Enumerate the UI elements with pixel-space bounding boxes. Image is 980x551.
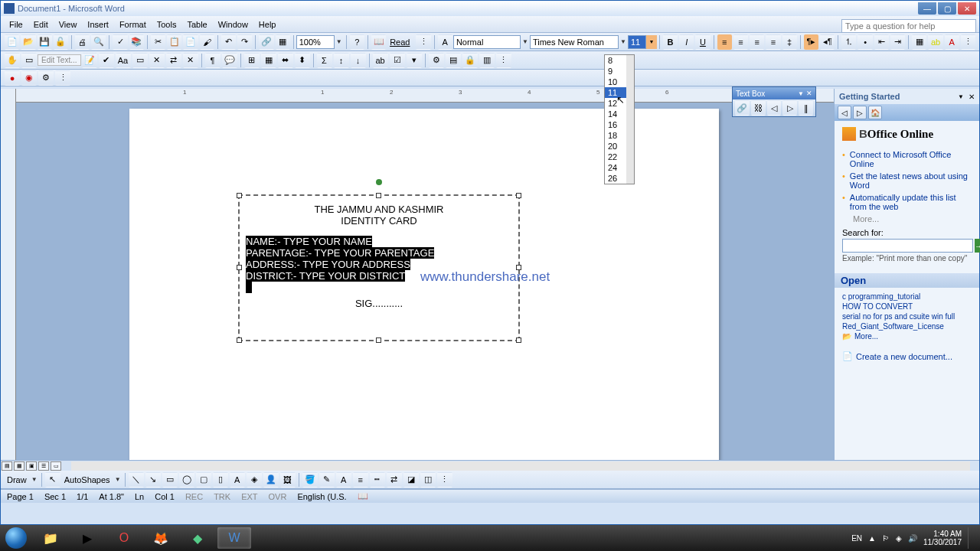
normal-view-button[interactable]: ▤ bbox=[2, 461, 12, 471]
taskbar-explorer[interactable]: 📁 bbox=[34, 527, 67, 549]
menu-edit[interactable]: Edit bbox=[28, 18, 54, 31]
taskpane-more[interactable]: More... bbox=[853, 214, 972, 223]
ltr-button[interactable]: ¶▸ bbox=[804, 34, 818, 50]
zoom-dropdown[interactable]: ▼ bbox=[296, 35, 344, 49]
line-color-button[interactable]: ✎ bbox=[319, 472, 335, 487]
justify-button[interactable]: ≡ bbox=[766, 34, 780, 50]
redo-button[interactable]: ↷ bbox=[237, 34, 252, 50]
font-size-input[interactable] bbox=[628, 35, 646, 49]
cut-button[interactable]: ✂ bbox=[151, 34, 165, 50]
print-button[interactable]: 🖨 bbox=[75, 34, 90, 50]
tb2-btn21[interactable]: ▤ bbox=[446, 53, 461, 68]
copy-button[interactable]: 📋 bbox=[167, 34, 181, 50]
clipart-button[interactable]: 👤 bbox=[263, 472, 279, 487]
style-input[interactable] bbox=[453, 35, 521, 49]
align-left-button[interactable]: ≡ bbox=[717, 34, 732, 50]
bold-button[interactable]: B bbox=[663, 34, 678, 50]
print-preview-button[interactable]: 🔍 bbox=[91, 34, 106, 50]
text-box[interactable]: THE JAMMU AND KASHMIR IDENTITY CARD NAME… bbox=[238, 194, 520, 341]
line-button[interactable]: ＼ bbox=[129, 472, 144, 487]
align-center-button[interactable]: ≡ bbox=[733, 34, 748, 50]
more-files[interactable]: 📂More... bbox=[842, 332, 972, 341]
tb2-btn9[interactable]: 💬 bbox=[222, 53, 237, 68]
tb2-btn17[interactable]: ab bbox=[373, 53, 388, 68]
research-button[interactable]: 📚 bbox=[129, 34, 144, 50]
dropdown-scrollbar[interactable] bbox=[626, 55, 634, 184]
textbox-toolbar[interactable]: Text Box ▼ ✕ 🔗 ⛓ ◁ ▷ ‖ bbox=[732, 86, 816, 117]
select-objects-button[interactable]: ↖ bbox=[45, 472, 60, 487]
bullets-button[interactable]: • bbox=[858, 34, 872, 50]
tb2-btn19[interactable]: ▾ bbox=[407, 53, 422, 68]
chevron-down-icon[interactable]: ▼ bbox=[619, 38, 628, 45]
taskbar-word[interactable]: W bbox=[217, 527, 251, 549]
tb2-btn10[interactable]: ⊞ bbox=[244, 53, 260, 68]
resize-handle-br[interactable] bbox=[516, 337, 521, 343]
tb2-btn1[interactable]: 📝 bbox=[82, 53, 97, 68]
web-view-button[interactable]: ▦ bbox=[14, 461, 24, 471]
arrow-button[interactable]: ↘ bbox=[145, 472, 161, 487]
read-button[interactable]: Read bbox=[387, 37, 413, 47]
resize-handle-tm[interactable] bbox=[376, 193, 381, 198]
wordart-button[interactable]: A bbox=[230, 472, 245, 487]
picture-button[interactable]: 🖼 bbox=[280, 472, 296, 487]
tray-lang[interactable]: EN bbox=[851, 534, 862, 543]
status-ovr[interactable]: OVR bbox=[269, 492, 287, 501]
recent-file[interactable]: serial no for ps and csuite win full bbox=[842, 312, 972, 321]
tb2-btn11[interactable]: ▦ bbox=[261, 53, 276, 68]
search-go-button[interactable]: → bbox=[975, 239, 980, 253]
tb3-btn4[interactable]: ⋮ bbox=[55, 70, 70, 86]
taskpane-link[interactable]: •Connect to Microsoft Office Online bbox=[842, 150, 972, 168]
align-right-button[interactable]: ≡ bbox=[750, 34, 764, 50]
tables-borders-button[interactable]: ▦ bbox=[276, 34, 290, 50]
taskpane-link[interactable]: •Automatically update this list from the… bbox=[842, 193, 972, 211]
chevron-down-icon[interactable]: ▼ bbox=[646, 35, 657, 49]
reading-view-button[interactable]: ▭ bbox=[51, 461, 61, 471]
forward-button[interactable]: ▷ bbox=[853, 106, 867, 119]
oval-button[interactable]: ◯ bbox=[179, 472, 194, 487]
recent-file[interactable]: Red_Giant_Software_License bbox=[842, 322, 972, 331]
horizontal-scrollbar[interactable] bbox=[71, 461, 970, 471]
paste-button[interactable]: 📄 bbox=[183, 34, 198, 50]
chevron-down-icon[interactable]: ▼ bbox=[521, 38, 530, 45]
italic-button[interactable]: I bbox=[679, 34, 694, 50]
style-dropdown[interactable]: ▼ bbox=[453, 35, 530, 49]
help-button[interactable]: ? bbox=[350, 34, 364, 50]
start-button[interactable] bbox=[0, 525, 32, 551]
select-button[interactable]: ▭ bbox=[21, 53, 37, 68]
decr-indent-button[interactable]: ⇤ bbox=[874, 34, 889, 50]
open-button[interactable]: 📂 bbox=[21, 34, 35, 50]
help-question-input[interactable] bbox=[841, 19, 976, 33]
menu-format[interactable]: Format bbox=[114, 18, 152, 31]
numbering-button[interactable]: ⒈ bbox=[841, 34, 856, 50]
fill-color-button[interactable]: 🪣 bbox=[302, 472, 318, 487]
show-desktop-button[interactable] bbox=[968, 527, 974, 549]
font-color-draw-button[interactable]: A bbox=[336, 472, 351, 487]
menu-window[interactable]: Window bbox=[213, 18, 253, 31]
tb2-btn2[interactable]: ✔ bbox=[99, 53, 114, 68]
tb2-btn24[interactable]: ⋮ bbox=[496, 53, 511, 68]
taskpane-link[interactable]: •Get the latest news about using Word bbox=[842, 171, 972, 190]
menu-tools[interactable]: Tools bbox=[152, 18, 182, 31]
tray-clock[interactable]: 1:40 AM 11/30/2017 bbox=[923, 530, 962, 546]
outline-view-button[interactable]: ☰ bbox=[38, 461, 49, 471]
font-color-button[interactable]: A bbox=[945, 34, 959, 50]
tb2-btn16[interactable]: ↓ bbox=[351, 53, 366, 68]
tb3-btn3[interactable]: ⚙ bbox=[38, 70, 54, 86]
incr-indent-button[interactable]: ⇥ bbox=[890, 34, 905, 50]
highlight-button[interactable]: ab bbox=[928, 34, 942, 50]
tb3-btn1[interactable]: ● bbox=[5, 70, 20, 86]
textbox-button[interactable]: ▢ bbox=[196, 472, 211, 487]
vertical-textbox-button[interactable]: ▯ bbox=[213, 472, 228, 487]
textbox-prev-button[interactable]: ◁ bbox=[767, 100, 782, 116]
taskbar-firefox[interactable]: 🦊 bbox=[144, 527, 178, 549]
taskbar-opera[interactable]: O bbox=[107, 527, 141, 549]
arrow-style-button[interactable]: ⇄ bbox=[387, 472, 402, 487]
line-spacing-button[interactable]: ‡ bbox=[782, 34, 797, 50]
styles-button[interactable]: A bbox=[438, 34, 452, 50]
resize-handle-bl[interactable] bbox=[237, 337, 242, 343]
font-input[interactable] bbox=[530, 35, 619, 49]
print-view-button[interactable]: ▣ bbox=[26, 461, 37, 471]
menu-view[interactable]: View bbox=[54, 18, 83, 31]
tb2-btn8[interactable]: ¶ bbox=[205, 53, 220, 68]
status-lang[interactable]: English (U.S. bbox=[297, 492, 346, 501]
